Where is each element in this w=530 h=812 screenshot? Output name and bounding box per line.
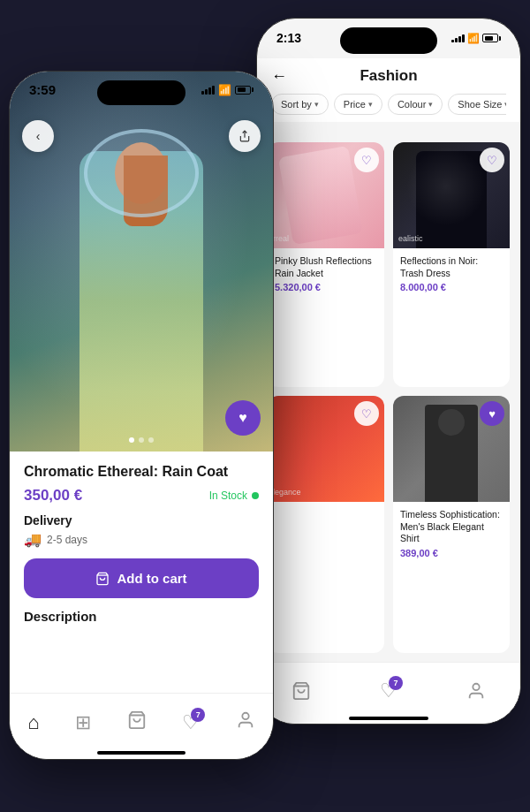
back-button[interactable]: ‹ — [22, 120, 54, 152]
nav-home[interactable]: ⌂ — [27, 711, 39, 734]
dot-1 — [129, 437, 134, 443]
figure-hood — [84, 129, 199, 217]
phone-right: 2:13 📶 ← Fashion Sort by ▾ — [256, 18, 521, 725]
wishlist-button-1[interactable]: ♡ — [354, 148, 379, 172]
prev-label-2: ealistic — [398, 234, 423, 243]
prev-label-3: legance — [273, 488, 301, 497]
nav-categories[interactable]: ⊞ — [75, 711, 91, 734]
filter-sortby[interactable]: Sort by ▾ — [271, 94, 329, 115]
product-card-image-1: rreal ♡ — [268, 142, 384, 248]
share-button[interactable] — [229, 120, 261, 152]
grid-icon: ⊞ — [75, 711, 91, 734]
prev-label-1: rreal — [273, 234, 289, 243]
svg-point-3 — [242, 713, 248, 719]
filter-row: Sort by ▾ Price ▾ Colour ▾ Shoe Size ▾ S… — [271, 94, 506, 115]
header-top: ← Fashion — [271, 67, 506, 85]
list-item[interactable]: legance ♡ — [268, 396, 384, 653]
product-card-image-3: legance ♡ — [268, 396, 384, 502]
product-info: Chromatic Ethereal: Rain Coat 350,00 € I… — [10, 452, 273, 633]
description-title: Description — [24, 609, 259, 624]
chevron-down-icon: ▾ — [314, 100, 319, 109]
wishlist-button-4[interactable]: ♥ — [480, 401, 504, 426]
nav-profile-right[interactable] — [466, 681, 486, 701]
profile-icon — [236, 710, 255, 735]
add-to-cart-label: Add to cart — [117, 571, 186, 586]
product-image: ‹ ♥ — [10, 72, 273, 452]
nav-wishlist[interactable]: ♡ 7 — [182, 711, 200, 734]
wishlist-badge-right: 7 — [389, 676, 403, 690]
product-name-1: Pinky Blush Reflections Rain Jacket — [275, 255, 377, 279]
product-card-info-3 — [268, 502, 384, 519]
product-card-info-2: Reflections in Noir: Trash Dress 8.000,0… — [393, 248, 510, 300]
truck-icon: 🚚 — [24, 531, 42, 548]
list-item[interactable]: ♥ Timeless Sophistication: Men's Black E… — [393, 396, 510, 653]
delivery-section: Delivery 🚚 2-5 days — [24, 513, 259, 548]
stock-dot — [252, 492, 259, 499]
chevron-down-icon-3: ▾ — [428, 100, 433, 109]
dot-2 — [139, 437, 144, 443]
svg-point-5 — [473, 683, 479, 689]
product-title: Chromatic Ethereal: Rain Coat — [24, 464, 259, 480]
bottom-nav-left: ⌂ ⊞ ♡ 7 — [10, 693, 273, 759]
bottom-nav-right: ♡ 7 — [257, 662, 520, 724]
stock-badge: In Stock — [209, 489, 259, 502]
wishlist-product-button[interactable]: ♥ — [225, 400, 261, 436]
product-card-info-1: Pinky Blush Reflections Rain Jacket 5.32… — [268, 248, 384, 300]
dynamic-island-right — [340, 27, 437, 54]
phone-left: 3:59 📶 ‹ — [9, 71, 274, 760]
product-name-4: Timeless Sophistication: Men's Black Ele… — [400, 509, 503, 545]
home-icon: ⌂ — [27, 711, 39, 734]
wifi-icon: 📶 — [218, 84, 231, 96]
filter-price[interactable]: Price ▾ — [334, 94, 382, 115]
products-grid: rreal ♡ Pinky Blush Reflections Rain Jac… — [257, 142, 520, 662]
image-dots — [129, 437, 154, 443]
add-to-cart-button[interactable]: Add to cart — [24, 558, 259, 598]
back-button-right[interactable]: ← — [271, 67, 287, 86]
battery-icon — [235, 86, 254, 95]
time-left: 3:59 — [29, 82, 56, 97]
product-price-1: 5.320,00 € — [275, 282, 377, 292]
nav-wishlist-right[interactable]: ♡ 7 — [380, 679, 398, 702]
list-item[interactable]: ealistic ♡ Reflections in Noir: Trash Dr… — [393, 142, 510, 387]
product-card-info-4: Timeless Sophistication: Men's Black Ele… — [393, 502, 510, 565]
dynamic-island-left — [97, 80, 186, 105]
product-card-image-4: ♥ — [393, 396, 510, 502]
product-price-4: 389,00 € — [400, 548, 503, 558]
battery-icon-right — [482, 34, 501, 42]
home-indicator-left — [97, 751, 186, 755]
wishlist-button-2[interactable]: ♡ — [480, 148, 504, 172]
price-row: 350,00 € In Stock — [24, 487, 259, 505]
product-price: 350,00 € — [24, 487, 82, 505]
delivery-info: 🚚 2-5 days — [24, 531, 259, 548]
product-name-2: Reflections in Noir: Trash Dress — [400, 255, 503, 279]
delivery-title: Delivery — [24, 513, 259, 527]
wishlist-badge: 7 — [191, 708, 205, 722]
home-indicator-right — [349, 717, 428, 720]
signal-icon — [201, 86, 215, 95]
chevron-down-icon-4: ▾ — [504, 100, 506, 109]
list-item[interactable]: rreal ♡ Pinky Blush Reflections Rain Jac… — [268, 142, 384, 387]
product-price-2: 8.000,00 € — [400, 282, 503, 292]
filter-shoesize[interactable]: Shoe Size ▾ — [448, 94, 506, 115]
filter-colour[interactable]: Colour ▾ — [388, 94, 443, 115]
wifi-icon-right: 📶 — [467, 33, 480, 44]
nav-profile[interactable] — [236, 710, 255, 735]
wishlist-button-3[interactable]: ♡ — [354, 401, 379, 426]
time-right: 2:13 — [276, 31, 301, 45]
cart-icon — [127, 710, 147, 735]
right-header: ← Fashion Sort by ▾ Price ▾ Colour ▾ Sho… — [257, 58, 520, 122]
chevron-down-icon-2: ▾ — [368, 100, 373, 109]
signal-icon-right — [451, 34, 465, 42]
status-icons-right: 📶 — [451, 33, 501, 44]
product-card-image-2: ealistic ♡ — [393, 142, 510, 248]
nav-cart[interactable] — [127, 710, 147, 735]
page-title: Fashion — [360, 67, 417, 85]
dot-3 — [148, 437, 154, 443]
nav-cart-right[interactable] — [292, 681, 311, 701]
status-icons-left: 📶 — [201, 84, 254, 96]
